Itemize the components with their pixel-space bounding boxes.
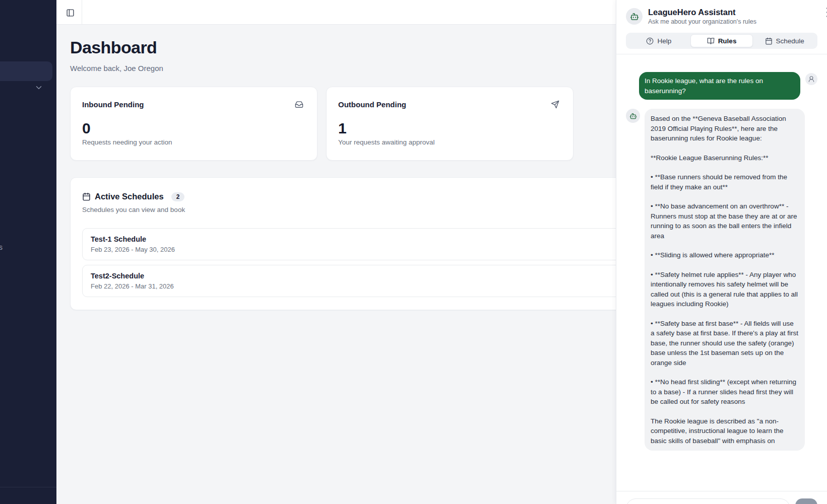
- tab-help[interactable]: Help: [627, 34, 690, 47]
- assistant-panel-header: LeagueHero Assistant Ask me about your o…: [616, 0, 827, 54]
- chat-message-input[interactable]: [626, 498, 790, 504]
- schedules-title: Active Schedules: [95, 192, 164, 201]
- assistant-message-row: Based on the **Geneva Baseball Associati…: [626, 109, 817, 451]
- chat-scroll-area[interactable]: In Rookie league, what are the rules on …: [616, 54, 827, 491]
- assistant-paragraph: • **Safety helmet rule applies** - Any p…: [651, 270, 799, 309]
- outbound-pending-card: Outbound Pending 1 Your requests awaitin…: [326, 87, 574, 161]
- assistant-paragraph: • **No base advancement on an overthrow*…: [651, 201, 799, 241]
- inbound-pending-card: Inbound Pending 0 Requests needing your …: [70, 87, 317, 161]
- header-divider: [82, 0, 82, 24]
- assistant-subtitle: Ask me about your organization's rules: [648, 18, 756, 25]
- send-icon: [551, 100, 559, 109]
- stat-value: 1: [338, 121, 559, 136]
- sidebar-toggle-button[interactable]: [63, 6, 77, 20]
- assistant-paragraph: Based on the **Geneva Baseball Associati…: [651, 114, 799, 143]
- calendar-icon: [765, 37, 773, 45]
- assistant-paragraph: **Rookie League Baserunning Rules:**: [651, 153, 799, 163]
- user-message-row: In Rookie league, what are the rules on …: [626, 72, 817, 100]
- book-open-icon: [707, 37, 715, 45]
- tab-label: Rules: [718, 37, 737, 45]
- sidebar: s: [0, 0, 56, 504]
- tab-schedule[interactable]: Schedule: [753, 34, 816, 47]
- assistant-paragraph: • **Safety base at first base** - All fi…: [651, 319, 799, 368]
- user-avatar: [805, 73, 817, 85]
- kebab-menu-icon[interactable]: [822, 8, 827, 17]
- assistant-paragraph: • **Base runners should be removed from …: [651, 172, 799, 192]
- sidebar-active-item[interactable]: [0, 61, 52, 81]
- user-message-bubble: In Rookie league, what are the rules on …: [639, 72, 800, 100]
- stat-label: Outbound Pending: [338, 100, 406, 109]
- assistant-panel: LeagueHero Assistant Ask me about your o…: [616, 0, 827, 504]
- sidebar-footer: [0, 487, 56, 504]
- stat-label: Inbound Pending: [82, 100, 144, 109]
- bot-avatar: [626, 8, 643, 25]
- panel-left-icon: [66, 9, 75, 17]
- send-message-button[interactable]: [795, 498, 817, 504]
- tab-label: Schedule: [776, 37, 804, 45]
- chat-input-bar: [616, 491, 827, 504]
- stat-description: Your requests awaiting approval: [338, 138, 559, 146]
- schedules-count-badge: 2: [171, 192, 185, 201]
- sidebar-item-label-fragment: s: [0, 243, 3, 251]
- assistant-paragraph: • **No head first sliding** (except when…: [651, 377, 799, 407]
- assistant-message-bubble: Based on the **Geneva Baseball Associati…: [645, 109, 805, 451]
- assistant-paragraph: • **Sliding is allowed where appropriate…: [651, 250, 799, 260]
- bot-icon: [629, 112, 637, 120]
- assistant-tab-bar: Help Rules Schedule: [626, 33, 817, 49]
- assistant-title: LeagueHero Assistant: [648, 8, 756, 17]
- stat-description: Requests needing your action: [82, 138, 303, 146]
- tab-rules[interactable]: Rules: [690, 34, 753, 47]
- chevron-down-icon[interactable]: [34, 83, 43, 92]
- stat-value: 0: [82, 121, 303, 136]
- help-circle-icon: [646, 37, 654, 45]
- tab-label: Help: [657, 37, 671, 45]
- stats-row: Inbound Pending 0 Requests needing your …: [70, 87, 574, 161]
- inbox-icon: [295, 100, 303, 109]
- assistant-paragraph: The Rookie league is described as "a non…: [651, 416, 799, 446]
- user-icon: [808, 76, 815, 83]
- bot-avatar: [626, 109, 640, 123]
- calendar-icon: [82, 192, 91, 201]
- bot-icon: [630, 12, 639, 21]
